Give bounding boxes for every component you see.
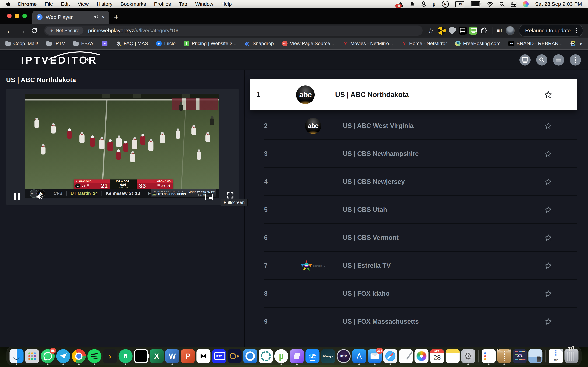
video-frame[interactable]: 2GEORGIA G 3-0 21 1ST & GOAL [25, 94, 219, 198]
dock-capcut[interactable] [197, 349, 210, 363]
stacked-layers-icon[interactable] [421, 1, 426, 7]
bookmark-item[interactable]: IPTV [46, 41, 65, 46]
channel-row[interactable]: 7estrellaTVUS | Estrella TV [250, 252, 577, 280]
apple-menu-icon[interactable] [6, 1, 10, 7]
menu-file[interactable]: File [45, 1, 53, 7]
relaunch-button[interactable]: Relaunch to update [519, 25, 583, 36]
app-status-icon[interactable]: .48 [398, 1, 403, 7]
menu-edit[interactable]: Edit [61, 1, 70, 7]
back-button[interactable]: ← [5, 27, 15, 34]
keyboard-layout-icon[interactable]: US [455, 1, 464, 7]
channel-row[interactable]: 8US | FOX Idaho [250, 280, 577, 308]
dock-trash[interactable] [564, 349, 579, 363]
menu-tab[interactable]: Tab [179, 1, 187, 7]
bookmark-item[interactable]: ⚙FAQ | MAS [115, 41, 148, 46]
channel-row[interactable]: 4US | CBS Newjersey [250, 168, 577, 196]
bookmark-item[interactable]: NHome - NetMirror [401, 41, 447, 46]
picture-in-picture-button[interactable] [205, 193, 213, 201]
bookmark-item[interactable]: EBAY [73, 41, 94, 46]
search-button[interactable] [536, 54, 547, 66]
dock-textedit[interactable] [399, 349, 413, 363]
bookmark-item[interactable]: FFreeHosting.com [455, 41, 500, 46]
address-bar[interactable]: ⚠ Not Secure primewebplayer.xyz/#/live/c… [44, 25, 423, 36]
dock-iptv-player[interactable]: IPTV [337, 349, 351, 363]
dock-preview-stack[interactable] [528, 349, 543, 363]
favorite-star-icon[interactable] [519, 91, 577, 99]
bookmark-item[interactable]: ▶ [102, 41, 107, 46]
notification-bell-icon[interactable] [410, 1, 415, 7]
bookmark-item[interactable]: WebTv Player [571, 41, 575, 46]
favorite-star-icon[interactable] [519, 122, 577, 130]
dock-notes[interactable] [446, 349, 460, 363]
dock-app-store[interactable]: A [352, 349, 366, 363]
favorite-star-icon[interactable] [519, 318, 577, 325]
fullscreen-button[interactable] [226, 191, 234, 200]
favorite-star-icon[interactable] [519, 178, 577, 186]
control-center-icon[interactable] [511, 1, 516, 7]
extension-grid-icon[interactable] [459, 26, 467, 35]
url-text[interactable]: primewebplayer.xyz/#/live/category/10/ [88, 28, 178, 33]
play-status-icon[interactable]: ▶ [442, 1, 449, 8]
dock-reminders[interactable] [482, 349, 496, 363]
dock-fiverr[interactable]: fi [119, 349, 133, 363]
dock-finder[interactable] [10, 349, 24, 363]
dock-capture[interactable] [134, 349, 148, 363]
menu-help[interactable]: Help [221, 1, 232, 7]
dock-whatsapp[interactable]: 58 [41, 349, 55, 363]
extension-shield-icon[interactable] [448, 26, 456, 35]
channel-row[interactable]: 6US | CBS Vermont [250, 224, 577, 252]
battery-icon[interactable] [471, 1, 480, 7]
extensions-puzzle-icon[interactable] [480, 26, 488, 35]
channel-row[interactable]: 9US | FOX Massachusetts [250, 308, 577, 335]
bookmark-item[interactable]: $Pricing | Website 2... [184, 41, 236, 46]
bookmark-item[interactable]: </>View Page Source... [282, 41, 334, 46]
favorite-star-icon[interactable] [519, 234, 577, 242]
favorite-star-icon[interactable] [519, 262, 577, 269]
dock-telegram[interactable] [56, 349, 70, 363]
browser-menu-icon[interactable] [576, 30, 577, 31]
channel-row[interactable]: 5US | CBS Utah [250, 196, 577, 224]
menu-profiles[interactable]: Profiles [154, 1, 171, 7]
screen-cast-button[interactable] [519, 54, 531, 66]
close-window-button[interactable] [7, 14, 12, 18]
channel-row[interactable]: 1abcUS | ABC Northdakota [250, 79, 577, 110]
security-chip[interactable]: ⚠ Not Secure [45, 26, 84, 35]
dock-powerpoint[interactable]: P [181, 349, 195, 363]
menu-button[interactable] [553, 54, 564, 66]
spotlight-search-icon[interactable] [499, 1, 504, 7]
more-options-button[interactable] [570, 54, 581, 66]
tab-audio-icon[interactable] [94, 15, 98, 20]
dock-browser-circle[interactable] [243, 349, 257, 363]
dock-plex[interactable]: › [103, 349, 117, 363]
dock-recorder[interactable] [228, 349, 242, 363]
dock-clipchamp[interactable] [290, 349, 304, 363]
volume-button[interactable] [35, 193, 43, 201]
bookmark-item[interactable]: NMovies - NetMirro... [342, 41, 393, 46]
dock-safari[interactable] [383, 349, 398, 363]
bookmark-item[interactable]: REBRAND - REBRAN... [508, 41, 562, 46]
tab-web-player[interactable]: Web Player × [32, 11, 109, 24]
zoom-window-button[interactable] [22, 14, 27, 18]
new-tab-button[interactable]: + [114, 13, 119, 21]
dock-utorrent[interactable]: µ [274, 349, 288, 363]
channel-row[interactable]: 2abcUS | ABC West Virginia [250, 112, 577, 140]
dock-dashed-app[interactable] [259, 349, 273, 363]
favorite-star-icon[interactable] [519, 290, 577, 297]
dock-calendar[interactable]: SEP28 [430, 349, 444, 363]
dock-spotify[interactable] [87, 349, 102, 363]
reload-button[interactable] [29, 27, 39, 34]
dock-unarchiver[interactable] [497, 349, 511, 363]
dock-prime-video[interactable]: prime video [306, 349, 320, 363]
dock-settings[interactable]: ⚙ [461, 349, 475, 363]
forward-button[interactable]: → [17, 27, 27, 34]
bookmark-item[interactable]: ◎Snapdrop [244, 41, 274, 46]
wifi-icon[interactable] [487, 1, 493, 7]
dock-disney-plus[interactable]: Disney+ [321, 349, 335, 363]
bookmark-item[interactable]: ▶Inicio [156, 41, 175, 46]
favorite-star-icon[interactable] [519, 206, 577, 214]
menu-bookmarks[interactable]: Bookmarks [121, 1, 146, 7]
menubar-clock[interactable]: Sat 28 Sep 9:03 PM [535, 1, 582, 7]
extension-print-icon[interactable] [469, 26, 477, 35]
channel-row[interactable]: 3US | CBS Newhampshire [250, 140, 577, 168]
tab-close-icon[interactable]: × [102, 14, 105, 20]
